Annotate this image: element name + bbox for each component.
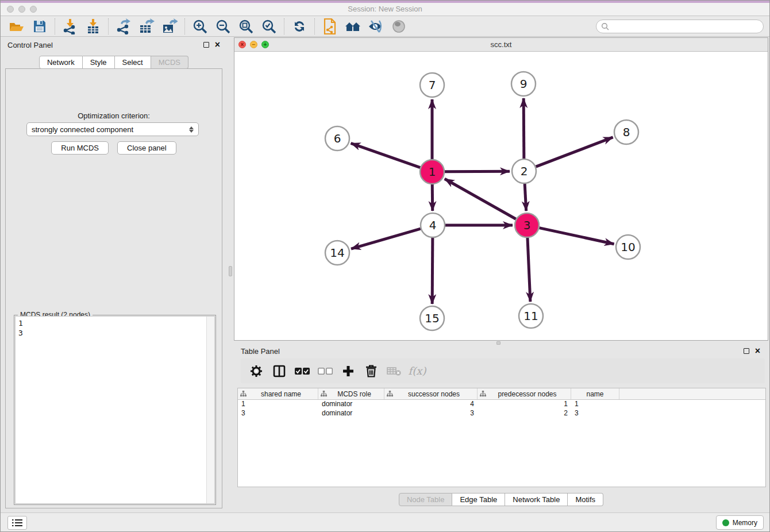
column-header-successor-nodes[interactable]: successor nodes [384,388,478,399]
export-image-icon[interactable] [158,18,181,35]
tab-mcds[interactable]: MCDS [151,56,188,69]
close-panel-icon[interactable]: × [215,42,220,48]
tab-node-table[interactable]: Node Table [399,493,453,506]
close-panel-button[interactable]: Close panel [117,141,176,155]
toolbar-separator [55,18,55,34]
column-header-filler [619,388,765,399]
main-toolbar [1,17,769,37]
zoom-selected-icon[interactable] [257,18,280,35]
tab-select[interactable]: Select [115,56,151,69]
network-view-window: × − + scc.txt 7968124314101511 [234,37,768,341]
mcds-result-area[interactable]: 1 3 [15,316,215,504]
cell-name[interactable]: 3 [571,409,619,418]
cell-predecessor-nodes[interactable]: 2 [478,409,571,418]
table-row[interactable]: 1 dominator 4 1 1 [238,400,765,409]
column-header-name[interactable]: name [571,388,619,399]
sphere-icon[interactable] [387,18,410,35]
table-float-panel-icon[interactable] [744,348,749,354]
cell-name[interactable]: 1 [571,400,619,409]
node-label-10: 10 [621,240,635,254]
toolbar-separator [284,18,284,34]
tree-icon [240,391,247,397]
network-canvas[interactable]: 7968124314101511 [234,52,768,340]
open-file-icon[interactable] [5,18,28,35]
table-close-panel-icon[interactable]: × [755,348,760,354]
tab-network-table[interactable]: Network Table [505,493,568,506]
edge-3-10[interactable] [540,228,614,244]
refresh-icon[interactable] [288,18,311,35]
float-panel-icon[interactable] [203,42,209,48]
import-table-icon[interactable] [82,18,105,35]
cell-mcds-role[interactable]: dominator [318,409,384,418]
edge-2-3[interactable] [525,184,526,211]
cell-shared-name[interactable]: 3 [238,409,318,418]
tab-motifs[interactable]: Motifs [568,493,603,506]
add-icon[interactable] [340,363,357,380]
edge-3-11[interactable] [528,238,530,302]
edge-2-9[interactable] [523,98,524,159]
tab-style[interactable]: Style [83,56,115,69]
node-table: shared name MCDS role successor nodes pr… [237,388,766,487]
edge-1-2[interactable] [445,171,510,172]
cell-mcds-role[interactable]: dominator [318,400,384,409]
column-header-shared-name[interactable]: shared name [238,388,318,399]
zoom-out-icon[interactable] [211,18,234,35]
toolbar-separator [108,18,109,34]
tab-edge-table[interactable]: Edge Table [452,493,505,506]
select-all-icon[interactable] [294,363,311,380]
column-header-predecessor-nodes[interactable]: predecessor nodes [478,388,571,399]
edge-4-14[interactable] [351,229,421,249]
cell-successor-nodes[interactable]: 3 [384,409,478,418]
node-label-14: 14 [330,246,344,260]
node-label-3: 3 [523,218,531,232]
mcds-result-line: 1 [18,318,23,328]
network-window-titlebar[interactable]: × − + scc.txt [234,38,768,52]
main-titlebar: Session: New Session [1,1,769,16]
titlebar-accent-strip [1,1,769,3]
vertical-splitter-handle[interactable] [229,266,232,276]
node-label-6: 6 [334,132,341,145]
export-table-icon[interactable] [135,18,158,35]
memory-label: Memory [733,519,757,527]
edge-4-15[interactable] [432,238,433,304]
edge-1-6[interactable] [351,143,421,167]
cell-successor-nodes[interactable]: 4 [384,400,478,409]
mcds-result-group: MCDS result (2 nodes) 1 3 [14,315,216,505]
column-header-mcds-role[interactable]: MCDS role [318,388,384,399]
run-mcds-button[interactable]: Run MCDS [51,141,109,155]
node-label-15: 15 [425,311,439,325]
search-input[interactable] [609,21,763,32]
search-box [596,20,764,33]
home-icon[interactable] [341,18,364,35]
network-report-icon[interactable] [318,18,341,35]
application-window: Session: New Session [0,0,770,532]
save-session-icon[interactable] [28,18,51,35]
network-graph[interactable]: 7968124314101511 [234,52,768,340]
memory-button[interactable]: Memory [716,515,764,530]
edge-2-8[interactable] [536,137,613,167]
columns-icon[interactable] [271,363,288,380]
import-network-icon[interactable] [59,18,82,35]
tree-icon [387,391,393,397]
optimization-criterion-select[interactable]: strongly connected component [26,122,199,136]
task-history-button[interactable] [7,516,27,530]
optimization-criterion-value: strongly connected component [32,125,133,134]
table-row[interactable]: 3 dominator 3 2 3 [238,409,765,418]
node-label-11: 11 [523,309,538,323]
delete-table-icon[interactable] [386,363,403,380]
export-network-icon[interactable] [112,18,135,35]
edge-3-1[interactable] [445,179,516,219]
deselect-all-icon[interactable] [317,363,334,380]
result-scrollbar[interactable] [206,317,214,503]
node-label-7: 7 [429,78,436,92]
gear-icon[interactable] [248,363,265,380]
hide-panel-icon[interactable] [364,18,387,35]
function-builder-icon[interactable]: f(x) [409,363,426,380]
tab-network[interactable]: Network [39,56,83,69]
cell-shared-name[interactable]: 1 [238,400,318,409]
zoom-in-icon[interactable] [188,18,211,35]
tree-icon [480,391,486,397]
delete-icon[interactable] [363,363,380,380]
cell-predecessor-nodes[interactable]: 1 [478,400,571,409]
zoom-fit-icon[interactable] [234,18,257,35]
